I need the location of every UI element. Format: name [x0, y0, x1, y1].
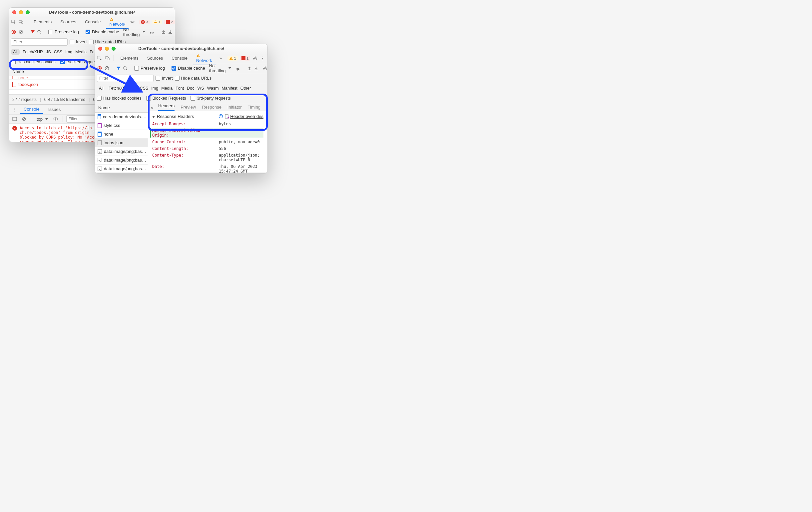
filter-fetch[interactable]: Fetch/XHR — [109, 86, 129, 91]
tab-elements[interactable]: Elements — [117, 54, 142, 62]
disable-cache-checkbox[interactable]: Disable cache — [86, 29, 119, 34]
blocked-requests-checkbox[interactable]: Blocked Requests — [146, 96, 186, 101]
filter-ws[interactable]: WS — [197, 86, 204, 91]
response-headers-title[interactable]: Response Headers — [152, 114, 194, 119]
filter-input[interactable] — [97, 75, 153, 82]
tab-sources[interactable]: Sources — [144, 54, 167, 62]
request-row[interactable]: data:image/png;base… — [95, 147, 148, 156]
device-toggle-icon[interactable] — [105, 55, 110, 62]
more-tabs-icon[interactable]: » — [218, 55, 224, 62]
issue-count-badge[interactable]: 2 — [164, 20, 175, 24]
filter-img[interactable]: Img — [151, 86, 158, 91]
close-traffic-light[interactable] — [12, 10, 16, 14]
console-sidebar-icon[interactable] — [11, 115, 18, 122]
drawer-tab-issues[interactable]: Issues — [45, 105, 64, 114]
tab-elements[interactable]: Elements — [30, 18, 55, 26]
record-icon[interactable] — [97, 65, 102, 72]
network-settings-gear-icon[interactable] — [262, 65, 268, 72]
drawer-tab-console[interactable]: Console — [20, 105, 43, 114]
search-icon[interactable] — [37, 28, 41, 36]
blocked-cookies-checkbox[interactable]: Has blocked cookies — [97, 96, 142, 101]
minimize-traffic-light[interactable] — [105, 47, 109, 51]
filter-media[interactable]: Media — [161, 86, 173, 91]
clear-icon[interactable] — [18, 28, 24, 36]
request-row[interactable]: data:image/png;base… — [95, 165, 148, 172]
filter-icon[interactable] — [116, 65, 121, 72]
clear-icon[interactable] — [104, 65, 110, 72]
error-count-badge[interactable]: ✕3 — [139, 20, 149, 24]
filter-icon[interactable] — [30, 28, 35, 36]
filter-doc[interactable]: Doc — [187, 86, 194, 91]
tab-sources[interactable]: Sources — [57, 18, 80, 26]
tab-console[interactable]: Console — [82, 18, 104, 26]
request-row[interactable]: style.css — [95, 121, 148, 130]
record-icon[interactable] — [11, 28, 16, 36]
filter-manifest[interactable]: Manifest — [222, 86, 237, 91]
throttling-dropdown[interactable]: No throttling — [121, 26, 147, 38]
issue-count-badge[interactable]: 1 — [240, 56, 250, 61]
upload-icon[interactable] — [161, 28, 166, 36]
settings-gear-icon[interactable] — [252, 55, 258, 62]
drawer-more-icon[interactable]: ⋮ — [11, 106, 18, 113]
filter-font[interactable]: Font — [176, 86, 184, 91]
detail-tab-preview[interactable]: Preview — [180, 105, 196, 110]
invert-checkbox[interactable]: Invert — [69, 39, 87, 44]
header-overrides-link[interactable]: ? Header overrides — [219, 114, 263, 119]
titlebar[interactable]: DevTools - cors-demo-devtools.glitch.me/ — [95, 44, 267, 53]
filter-js[interactable]: JS — [46, 50, 51, 54]
filter-css[interactable]: CSS — [140, 86, 149, 91]
filter-wasm[interactable]: Wasm — [207, 86, 219, 91]
request-row[interactable]: todos.json — [95, 139, 148, 147]
filter-js[interactable]: JS — [132, 86, 137, 91]
request-row[interactable]: none — [95, 130, 148, 139]
invert-checkbox[interactable]: Invert — [155, 76, 173, 81]
more-menu-icon[interactable]: ⋮ — [260, 55, 265, 62]
detail-tab-headers[interactable]: Headers — [158, 103, 175, 111]
disable-cache-checkbox[interactable]: Disable cache — [172, 66, 205, 70]
third-party-checkbox[interactable]: 3rd-party requests — [191, 96, 230, 101]
filter-input[interactable] — [11, 38, 68, 46]
warning-count-badge[interactable]: 1 — [228, 56, 238, 61]
minimize-traffic-light[interactable] — [19, 10, 23, 14]
filter-img[interactable]: Img — [65, 50, 72, 54]
filter-media[interactable]: Media — [75, 50, 87, 54]
maximize-traffic-light[interactable] — [112, 47, 116, 51]
col-name[interactable]: Name — [95, 105, 148, 110]
warning-count-badge[interactable]: 1 — [152, 20, 162, 24]
titlebar[interactable]: DevTools - cors-demo-devtools.glitch.me/ — [9, 8, 175, 17]
blocked-cookies-checkbox[interactable]: Has blocked cookies — [11, 60, 56, 64]
more-tabs-icon[interactable] — [130, 18, 135, 26]
close-traffic-light[interactable] — [98, 47, 102, 51]
collapse-triangle-icon[interactable] — [152, 116, 155, 118]
filter-all[interactable]: All — [11, 49, 20, 55]
network-conditions-icon[interactable] — [149, 28, 154, 36]
tab-console[interactable]: Console — [168, 54, 191, 62]
detail-tab-initiator[interactable]: Initiator — [228, 105, 242, 110]
download-icon[interactable] — [168, 28, 173, 36]
inspect-icon[interactable] — [97, 55, 103, 62]
maximize-traffic-light[interactable] — [26, 10, 30, 14]
throttling-dropdown[interactable]: No throttling — [207, 63, 233, 74]
preserve-log-checkbox[interactable]: Preserve log — [134, 66, 165, 70]
request-row[interactable]: cors-demo-devtools.glitch.me — [95, 113, 148, 121]
eye-icon[interactable] — [52, 115, 59, 122]
close-detail-icon[interactable]: × — [151, 106, 153, 111]
hide-data-urls-checkbox[interactable]: Hide data URLs — [175, 76, 212, 81]
filter-all[interactable]: All — [97, 85, 106, 91]
network-conditions-icon[interactable] — [235, 65, 240, 72]
upload-icon[interactable] — [247, 65, 252, 72]
filter-css[interactable]: CSS — [54, 50, 63, 54]
context-dropdown[interactable]: top — [35, 116, 50, 122]
download-icon[interactable] — [254, 65, 258, 72]
blocked-requests-checkbox[interactable]: Blocked Requests — [60, 60, 100, 64]
filter-fetch[interactable]: Fetch/XHR — [23, 50, 43, 54]
preserve-log-checkbox[interactable]: Preserve log — [48, 29, 79, 34]
inspect-icon[interactable] — [11, 18, 16, 26]
request-row[interactable]: data:image/png;base… — [95, 156, 148, 165]
search-icon[interactable] — [123, 65, 127, 72]
device-toggle-icon[interactable] — [18, 18, 24, 26]
detail-tab-response[interactable]: Response — [202, 105, 222, 110]
filter-other[interactable]: Other — [240, 86, 251, 91]
detail-tab-timing[interactable]: Timing — [248, 105, 261, 110]
clear-console-icon[interactable] — [20, 115, 28, 122]
